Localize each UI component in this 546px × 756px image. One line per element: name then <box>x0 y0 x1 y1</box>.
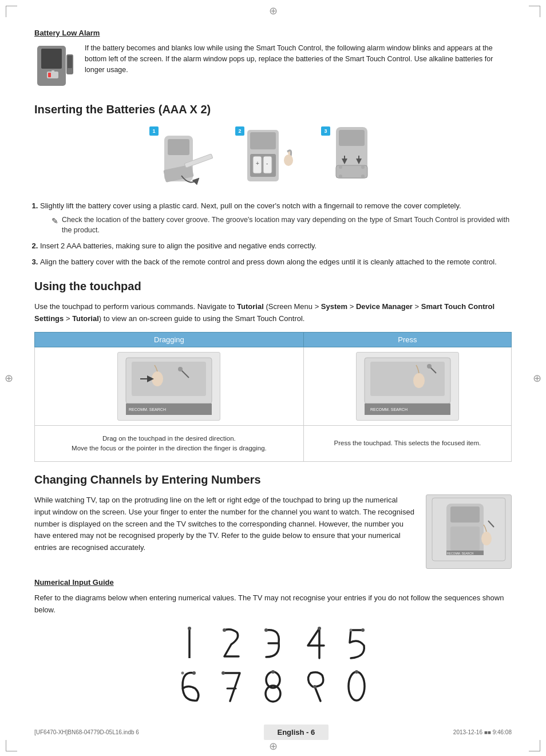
svg-rect-20 <box>339 130 365 146</box>
digit-8 <box>260 668 286 706</box>
channels-section: Changing Channels by Entering Numbers Wh… <box>34 473 512 706</box>
svg-point-58 <box>221 671 225 675</box>
footer-left: [UF6470-XH]BN68-04779D-05L16.indb 6 <box>34 729 139 735</box>
channels-section-title: Changing Channels by Entering Numbers <box>34 473 512 486</box>
touchpad-section: Using the touchpad Use the touchpad to p… <box>34 280 512 462</box>
digit-4 <box>302 626 328 663</box>
svg-point-56 <box>192 671 196 675</box>
digits-row-1 <box>177 626 370 663</box>
svg-text:+: + <box>256 160 259 167</box>
table-cell-drag-caption: Drag on the touchpad in the desired dire… <box>35 425 304 462</box>
svg-point-54 <box>361 628 365 632</box>
svg-rect-6 <box>68 56 72 68</box>
drag-caption-2: Move the focus or the pointer in the dir… <box>43 444 295 453</box>
top-crosshair: ⊕ <box>269 5 278 17</box>
digits-row-2 <box>177 668 370 706</box>
svg-point-23 <box>361 165 365 169</box>
digit-5 <box>344 626 370 663</box>
svg-rect-12 <box>250 132 276 149</box>
numerical-input-guide: Numerical Input Guide Refer to the diagr… <box>34 578 512 706</box>
svg-rect-34 <box>370 362 445 396</box>
diagram-step-1: 1 <box>147 124 221 189</box>
svg-rect-1 <box>41 49 62 69</box>
corner-mark-br <box>529 740 540 751</box>
channels-content: While watching TV, tap on the protruding… <box>34 494 512 569</box>
digit-9 <box>302 668 328 706</box>
corner-mark-tr <box>529 6 540 17</box>
page-footer: [UF6470-XH]BN68-04779D-05L16.indb 6 Engl… <box>0 725 546 740</box>
battery-content: If the battery becomes and blanks low wh… <box>34 43 512 92</box>
svg-point-57 <box>181 671 184 674</box>
svg-rect-43 <box>450 527 480 551</box>
footer-center: English - 6 <box>264 725 329 740</box>
instruction-1: Slightly lift the battery cover using a … <box>40 200 512 236</box>
touchpad-intro: Use the touchpad to perform various comm… <box>34 301 512 325</box>
svg-point-32 <box>178 367 183 371</box>
numerical-guide-description: Refer to the diagrams below when enterin… <box>34 592 512 616</box>
note-item: ✎ Check the location of the battery cove… <box>52 215 512 236</box>
table-cell-press-caption: Press the touchpad. This selects the foc… <box>303 425 511 462</box>
bottom-crosshair: ⊕ <box>269 740 278 753</box>
inserting-batteries-section: Inserting the Batteries (AAA X 2) <box>34 103 512 267</box>
note-icon: ✎ <box>52 215 58 227</box>
inserting-section-title: Inserting the Batteries (AAA X 2) <box>34 103 512 116</box>
instructions-list: Slightly lift the battery cover using a … <box>40 200 512 267</box>
svg-point-22 <box>339 165 342 169</box>
battery-section-heading: Battery Low Alarm <box>34 29 512 37</box>
channels-description: While watching TV, tap on the protruding… <box>34 494 414 554</box>
battery-description: If the battery becomes and blanks low wh… <box>85 43 512 75</box>
svg-point-49 <box>188 627 191 630</box>
table-cell-dragging-image: RECOMM. SEARCH <box>35 347 304 425</box>
tutorial-bold2: Tutorial <box>72 314 99 323</box>
battery-icon-illustration <box>34 43 76 92</box>
svg-rect-8 <box>168 139 189 155</box>
step2-badge: 2 <box>235 126 244 136</box>
svg-text:-: - <box>266 160 268 167</box>
touchpad-table: Dragging Press <box>34 332 512 462</box>
instruction-2: Insert 2 AAA batteries, making sure to a… <box>40 240 512 252</box>
battery-low-alarm-section: Battery Low Alarm <box>34 29 512 92</box>
press-caption-1: Press the touchpad. This selects the foc… <box>312 438 503 448</box>
diagram-step-2: + - 2 <box>233 124 307 189</box>
footer-right: 2013-12-16 ■■ 9:46:08 <box>453 729 512 735</box>
svg-text:RECOMM.  SEARCH: RECOMM. SEARCH <box>370 407 407 411</box>
corner-mark-tl <box>6 6 17 17</box>
svg-point-65 <box>355 670 358 674</box>
diagram-step-3: 3 <box>319 124 399 189</box>
table-cell-press-image: RECOMM. SEARCH <box>303 347 511 425</box>
svg-text:RECOMM.  SEARCH: RECOMM. SEARCH <box>447 552 474 555</box>
svg-text:RECOMM.  SEARCH: RECOMM. SEARCH <box>129 407 166 411</box>
digit-3 <box>260 626 286 663</box>
digit-7 <box>219 668 244 706</box>
left-crosshair: ⊕ <box>5 372 13 385</box>
drag-caption-1: Drag on the touchpad in the desired dire… <box>43 434 295 444</box>
page: ⊕ ⊕ ⊕ Battery Low Alarm <box>0 0 546 756</box>
table-header-dragging: Dragging <box>35 332 304 347</box>
svg-rect-3 <box>52 70 54 73</box>
digit-0 <box>344 668 370 706</box>
right-crosshair: ⊕ <box>533 372 541 385</box>
svg-point-18 <box>284 155 293 166</box>
svg-rect-42 <box>450 506 480 523</box>
digit-1 <box>177 626 203 663</box>
svg-point-37 <box>413 373 425 388</box>
svg-point-55 <box>349 628 352 631</box>
svg-point-46 <box>481 532 492 545</box>
svg-point-62 <box>271 670 275 674</box>
digit-6 <box>177 668 203 706</box>
batteries-diagram: 1 + - 2 <box>34 124 512 189</box>
dragging-illustration: RECOMM. SEARCH <box>117 352 220 421</box>
step1-badge: 1 <box>149 126 159 136</box>
svg-point-53 <box>318 627 321 630</box>
press-illustration: RECOMM. SEARCH <box>356 352 459 421</box>
system-bold: System <box>321 302 347 311</box>
svg-point-30 <box>152 371 163 386</box>
step3-badge: 3 <box>321 126 330 136</box>
svg-point-24 <box>339 175 342 178</box>
touchpad-section-title: Using the touchpad <box>34 280 512 293</box>
svg-rect-4 <box>48 73 51 77</box>
numerical-guide-heading: Numerical Input Guide <box>34 578 512 587</box>
instruction-3: Align the battery cover with the back of… <box>40 256 512 268</box>
svg-point-39 <box>427 364 432 369</box>
device-manager-bold: Device Manager <box>356 302 413 311</box>
